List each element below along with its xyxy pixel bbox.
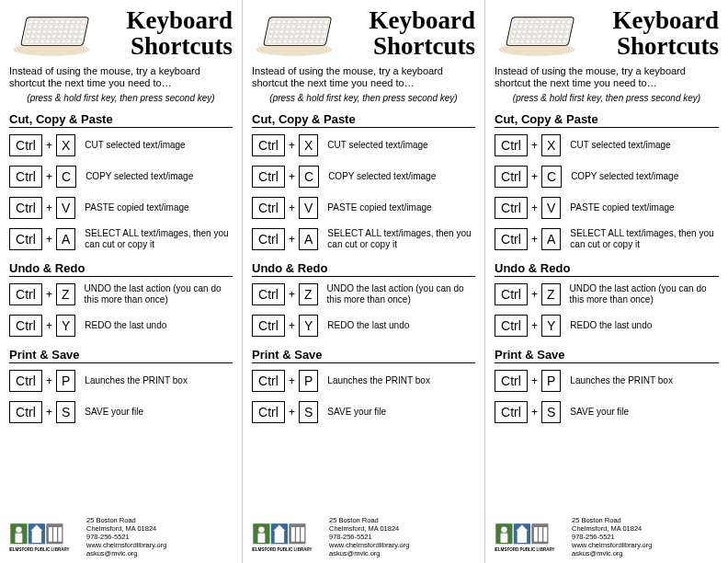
key-modifier: Ctrl <box>495 166 528 188</box>
shortcut-description: PASTE copied text/image <box>322 202 475 213</box>
svg-rect-168 <box>553 30 558 34</box>
svg-rect-146 <box>556 20 561 24</box>
key-modifier: Ctrl <box>9 228 42 250</box>
key-letter: Y <box>299 315 318 337</box>
svg-rect-54 <box>66 40 71 44</box>
svg-rect-73 <box>287 20 291 24</box>
svg-rect-47 <box>29 40 34 44</box>
svg-rect-134 <box>301 527 304 542</box>
panel: Keyboard ShortcutsInstead of using the m… <box>485 0 728 563</box>
svg-rect-62 <box>32 531 41 543</box>
shortcut-row: Ctrl+VPASTE copied text/image <box>9 195 233 221</box>
svg-rect-32 <box>68 30 73 34</box>
svg-rect-42 <box>63 35 67 39</box>
shortcut-description: COPY selected text/image <box>323 171 475 182</box>
svg-rect-2 <box>28 20 33 24</box>
shortcut-row: Ctrl+YREDO the last undo <box>9 313 233 339</box>
svg-rect-198 <box>518 531 527 543</box>
svg-rect-107 <box>289 35 293 39</box>
footer: CHELMSFORD PUBLIC LIBRARY 25 Boston Road… <box>495 511 719 557</box>
plus-symbol: + <box>289 139 295 152</box>
key-letter: S <box>299 401 318 423</box>
svg-rect-188 <box>541 40 546 44</box>
key-letter: Y <box>56 315 75 337</box>
svg-rect-191 <box>557 40 562 44</box>
svg-rect-9 <box>65 20 70 24</box>
key-modifier: Ctrl <box>495 401 528 423</box>
contact-line: 25 Boston Road <box>329 516 409 524</box>
key-letter: S <box>56 401 75 423</box>
shortcut-description: CUT selected text/image <box>564 140 719 151</box>
shortcut-row: Ctrl+PLaunches the PRINT box <box>495 368 719 394</box>
section-title: Print & Save <box>9 348 233 363</box>
svg-rect-171 <box>510 35 515 39</box>
svg-rect-39 <box>46 35 51 39</box>
plus-symbol: + <box>289 319 295 332</box>
svg-rect-45 <box>78 35 83 39</box>
svg-rect-114 <box>267 40 271 44</box>
svg-rect-176 <box>537 35 541 39</box>
key-letter: X <box>56 134 75 156</box>
svg-rect-24 <box>26 30 30 34</box>
contact-line: askus@mvlc.org <box>86 549 166 557</box>
contact-line: 978-256-5521 <box>86 533 166 541</box>
shortcut-row: Ctrl+ZUNDO the last action (you can do t… <box>9 282 233 307</box>
svg-rect-21 <box>70 26 74 29</box>
svg-rect-195 <box>501 533 508 542</box>
svg-rect-181 <box>563 35 568 39</box>
svg-rect-65 <box>53 527 57 542</box>
contact-line: 25 Boston Road <box>86 516 166 524</box>
svg-rect-82 <box>275 26 279 29</box>
contact-line: 25 Boston Road <box>572 516 652 524</box>
svg-point-126 <box>258 526 265 533</box>
svg-rect-156 <box>550 26 554 29</box>
svg-rect-201 <box>539 527 542 542</box>
svg-rect-179 <box>552 35 557 39</box>
shortcut-description: PASTE copied text/image <box>79 202 233 213</box>
svg-rect-93 <box>274 30 279 34</box>
svg-rect-106 <box>284 35 289 39</box>
svg-rect-38 <box>41 35 46 39</box>
svg-rect-185 <box>525 40 529 44</box>
contact-block: 25 Boston RoadChelmsford, MA 01824978-25… <box>572 516 652 557</box>
header: Keyboard Shortcuts <box>495 7 719 60</box>
svg-rect-44 <box>73 35 77 39</box>
shortcut-description: Launches the PRINT box <box>564 375 719 386</box>
key-modifier: Ctrl <box>495 283 528 305</box>
library-logo-icon: CHELMSFORD PUBLIC LIBRARY <box>9 519 81 555</box>
svg-rect-85 <box>291 26 296 29</box>
svg-rect-144 <box>545 20 550 24</box>
svg-rect-14 <box>32 26 37 29</box>
svg-rect-172 <box>516 35 520 39</box>
svg-rect-35 <box>25 35 29 39</box>
svg-rect-184 <box>520 40 525 44</box>
svg-rect-157 <box>555 26 560 29</box>
svg-rect-97 <box>295 30 300 34</box>
plus-symbol: + <box>531 170 538 183</box>
hint-text: (press & hold first key, then press seco… <box>9 93 233 103</box>
svg-rect-182 <box>509 40 514 44</box>
shortcut-description: SELECT ALL text/images, then you can cut… <box>564 228 719 250</box>
keyboard-illustration <box>252 7 336 59</box>
svg-rect-50 <box>45 40 50 44</box>
shortcut-row: Ctrl+SSAVE your file <box>495 399 719 425</box>
shortcut-description: CUT selected text/image <box>79 140 233 151</box>
svg-rect-16 <box>43 26 48 29</box>
page-title: Keyboard Shortcuts <box>340 7 475 60</box>
plus-symbol: + <box>289 406 295 419</box>
contact-line: Chelmsford, MA 01824 <box>572 524 652 533</box>
shortcut-description: CUT selected text/image <box>322 140 475 151</box>
svg-rect-187 <box>536 40 540 44</box>
svg-rect-75 <box>298 20 302 24</box>
plus-symbol: + <box>531 139 538 152</box>
svg-rect-94 <box>279 30 284 34</box>
shortcut-row: Ctrl+PLaunches the PRINT box <box>9 368 233 394</box>
shortcut-row: Ctrl+PLaunches the PRINT box <box>252 368 475 394</box>
svg-rect-113 <box>321 35 325 39</box>
svg-point-58 <box>16 526 22 533</box>
key-modifier: Ctrl <box>9 134 42 156</box>
svg-rect-15 <box>38 26 42 29</box>
svg-rect-81 <box>270 26 275 29</box>
svg-rect-86 <box>296 26 301 29</box>
shortcut-row: Ctrl+YREDO the last undo <box>495 313 719 339</box>
